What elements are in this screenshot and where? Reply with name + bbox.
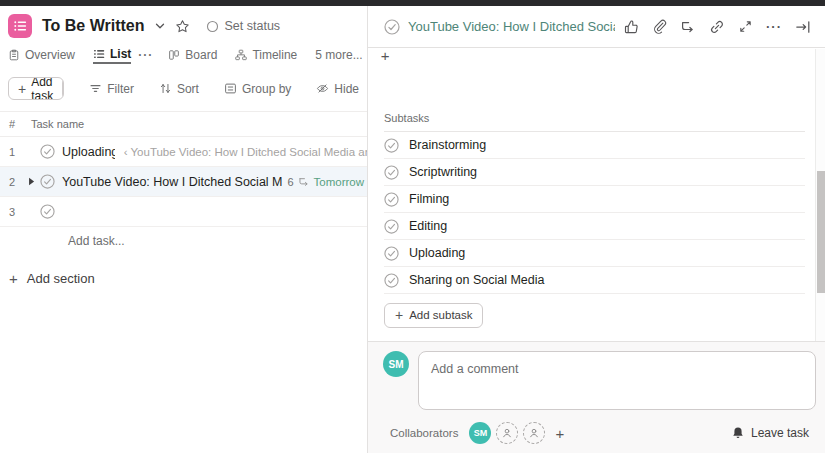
add-subtask-header-button[interactable] — [680, 19, 696, 35]
column-task-name-header: Task name — [31, 118, 84, 130]
task-name[interactable]: YouTube Video: How I Ditched Social Medi… — [62, 175, 282, 189]
leave-task-button[interactable]: Leave task — [731, 426, 809, 440]
project-panel: To Be Written Set status Overview — [0, 6, 368, 453]
add-task-split-button: + Add task — [8, 77, 64, 100]
task-row[interactable]: 3 — [0, 197, 367, 227]
check-circle-icon — [384, 165, 399, 180]
task-list-header: # Task name — [0, 111, 367, 137]
plus-icon: + — [395, 308, 403, 322]
subtask-name[interactable]: Sharing on Social Media — [409, 273, 545, 287]
detail-complete-checkbox[interactable] — [384, 19, 400, 35]
close-panel-button[interactable] — [795, 19, 811, 35]
tab-overview-label: Overview — [25, 48, 75, 62]
hide-button[interactable]: Hide — [316, 82, 359, 96]
add-task-row[interactable]: Add task... — [0, 227, 367, 254]
check-circle-icon — [384, 219, 399, 234]
detail-scrollbar[interactable] — [815, 49, 825, 341]
parent-task-link[interactable]: ‹ YouTube Video: How I Ditched Social Me… — [124, 146, 367, 158]
user-avatar[interactable]: SM — [383, 351, 409, 377]
chevron-down-icon — [154, 20, 166, 32]
more-actions-button[interactable]: ··· — [766, 19, 782, 34]
task-detail-panel: YouTube Video: How I Ditched Social ... … — [368, 6, 825, 453]
add-section-button[interactable]: + Add section — [9, 271, 367, 286]
expand-subtasks-button[interactable] — [22, 177, 40, 186]
subtask-checkbox[interactable] — [384, 273, 399, 288]
add-task-button[interactable]: + Add task — [9, 78, 63, 99]
list-tab-icon — [93, 48, 105, 60]
set-status-button[interactable]: Set status — [206, 19, 281, 33]
subtask-name[interactable]: Brainstorming — [409, 138, 486, 152]
check-circle-icon — [384, 192, 399, 207]
check-circle-icon — [384, 273, 399, 288]
task-row-selected[interactable]: 2 YouTube Video: How I Ditched Social Me… — [0, 167, 367, 197]
board-icon — [168, 49, 180, 61]
favorite-button[interactable] — [175, 19, 190, 34]
tab-board-label: Board — [185, 48, 217, 62]
star-icon — [175, 19, 190, 34]
subtask-name[interactable]: Editing — [409, 219, 447, 233]
sort-label: Sort — [177, 82, 199, 96]
subtask-row[interactable]: Scriptwriting — [384, 159, 805, 186]
task-complete-checkbox[interactable] — [40, 204, 55, 219]
app-window: To Be Written Set status Overview — [0, 0, 825, 453]
subtask-row[interactable]: Brainstorming — [384, 132, 805, 159]
set-status-label: Set status — [225, 19, 281, 33]
add-subtask-button[interactable]: + Add subtask — [384, 303, 483, 328]
subtask-row[interactable]: Editing — [384, 213, 805, 240]
subtask-name[interactable]: Uploading — [409, 246, 465, 260]
collaborator-placeholder[interactable] — [523, 422, 545, 444]
task-row[interactable]: 1 Uploading ‹ YouTube Video: How I Ditch… — [0, 137, 367, 167]
tab-board[interactable]: Board — [168, 46, 217, 64]
collaborator-avatar[interactable]: SM — [469, 422, 491, 444]
detail-header-actions: ··· — [623, 19, 811, 35]
thumbs-up-icon — [623, 19, 639, 35]
tab-list-options-button[interactable]: ··· — [138, 48, 153, 62]
collaborator-placeholder[interactable] — [496, 422, 518, 444]
scrollbar-thumb[interactable] — [817, 171, 825, 293]
add-collaborator-button[interactable]: + — [555, 425, 564, 442]
subtask-checkbox[interactable] — [384, 165, 399, 180]
tab-overview[interactable]: Overview — [8, 46, 75, 64]
fullscreen-button[interactable] — [738, 19, 753, 34]
subtask-name[interactable]: Filming — [409, 192, 449, 206]
person-icon — [527, 426, 541, 440]
subtask-row[interactable]: Filming — [384, 186, 805, 213]
task-complete-checkbox[interactable] — [40, 174, 55, 189]
project-menu-chevron[interactable] — [154, 20, 166, 32]
subtask-icon — [680, 19, 696, 35]
tab-list[interactable]: List — [93, 46, 131, 64]
subtask-row[interactable]: Sharing on Social Media — [384, 267, 805, 294]
task-complete-checkbox[interactable] — [40, 144, 55, 159]
subtask-row[interactable]: Uploading — [384, 240, 805, 267]
tab-timeline[interactable]: Timeline — [235, 46, 297, 64]
filter-button[interactable]: Filter — [89, 82, 134, 96]
sort-button[interactable]: Sort — [159, 82, 199, 96]
add-subtask-label: Add subtask — [409, 309, 472, 321]
copy-link-button[interactable] — [709, 19, 725, 35]
subtask-checkbox[interactable] — [384, 219, 399, 234]
detail-task-title[interactable]: YouTube Video: How I Ditched Social ... — [408, 19, 615, 34]
due-date[interactable]: Tomorrow — [314, 176, 364, 188]
subtask-checkbox[interactable] — [384, 246, 399, 261]
check-circle-icon — [40, 174, 55, 189]
group-by-button[interactable]: Group by — [224, 82, 291, 96]
project-color-icon — [8, 14, 32, 38]
comment-input[interactable] — [418, 351, 816, 410]
tab-more[interactable]: 5 more... — [315, 46, 362, 64]
check-circle-icon — [384, 246, 399, 261]
check-circle-icon — [40, 144, 55, 159]
subtask-icon — [298, 176, 310, 188]
attach-button[interactable] — [652, 19, 667, 34]
project-title[interactable]: To Be Written — [42, 17, 145, 35]
task-name[interactable]: Uploading — [62, 145, 115, 159]
subtask-checkbox[interactable] — [384, 192, 399, 207]
paperclip-icon — [652, 19, 667, 34]
group-by-icon — [224, 82, 237, 95]
subtask-checkbox[interactable] — [384, 138, 399, 153]
add-task-dropdown-button[interactable] — [63, 78, 64, 99]
column-number-header: # — [0, 118, 22, 130]
link-icon — [709, 19, 725, 35]
subtask-name[interactable]: Scriptwriting — [409, 165, 477, 179]
like-button[interactable] — [623, 19, 639, 35]
status-circle-icon — [206, 20, 219, 33]
